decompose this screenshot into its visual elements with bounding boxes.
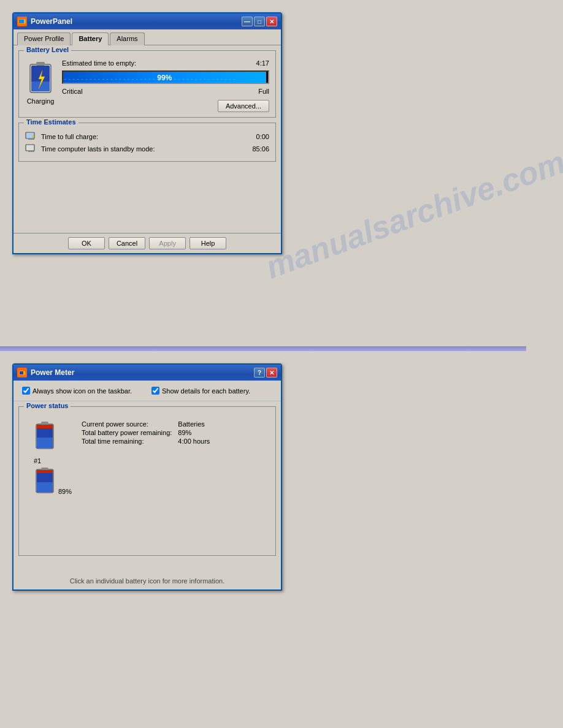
window-title: PowerPanel <box>31 17 72 26</box>
time-standby-value: 85:06 <box>245 145 269 153</box>
dialog-buttons: OK Cancel Apply Help <box>13 233 281 253</box>
battery-percent: 89% <box>58 488 72 495</box>
power-status-group: Power status <box>18 406 276 556</box>
help-button[interactable]: Help <box>190 237 226 249</box>
battery-unit-1: #1 89% <box>34 457 261 495</box>
progress-bar-container: 99% - - - - - - - - - - - - - - - - - - … <box>62 70 269 84</box>
battery-details-checkbox[interactable] <box>151 387 159 395</box>
laptop-standby-icon <box>25 144 37 154</box>
critical-label: Critical <box>62 88 83 95</box>
time-row-standby: Time computer lasts in standby mode: 85:… <box>25 144 269 154</box>
power-meter-help-button[interactable]: ? <box>254 368 265 377</box>
svg-rect-12 <box>28 151 34 152</box>
charging-label: Charging <box>27 97 55 105</box>
battery-icon-small: 89% <box>34 467 72 495</box>
maximize-button[interactable]: □ <box>254 17 265 26</box>
battery-number: #1 <box>34 457 41 464</box>
advanced-btn-row: Advanced... <box>62 100 269 112</box>
time-estimates-group: Time Estimates Time to full charge: 0 <box>18 123 276 162</box>
time-charge-value: 0:00 <box>245 133 269 140</box>
power-source-battery-icon <box>34 420 56 451</box>
power-status-title: Power status <box>24 402 71 409</box>
advanced-button[interactable]: Advanced... <box>218 100 269 112</box>
svg-rect-15 <box>24 372 25 374</box>
checkbox-row-taskbar: Always show icon on the taskbar. <box>18 384 136 397</box>
cancel-button[interactable]: Cancel <box>109 237 145 249</box>
power-meter-section: Power Meter ? ✕ Always show icon on the … <box>12 363 551 591</box>
powerpanel-window: PowerPanel — □ ✕ Power Profile Battery A… <box>12 12 282 254</box>
title-bar: PowerPanel — □ ✕ <box>13 13 281 29</box>
svg-rect-1 <box>19 20 24 23</box>
laptop-charging-icon <box>25 132 37 142</box>
battery-icon-area: Charging <box>25 59 56 105</box>
current-source-label: Current power source: <box>63 420 172 428</box>
status-info-grid: Current power source: Batteries Total ba… <box>63 420 210 445</box>
power-meter-title: Power Meter <box>31 368 74 377</box>
time-row-charge: Time to full charge: 0:00 <box>25 132 269 142</box>
power-meter-title-buttons: ? ✕ <box>254 368 277 377</box>
power-meter-close-button[interactable]: ✕ <box>266 368 277 377</box>
power-status-content: Current power source: Batteries Total ba… <box>25 412 269 550</box>
tab-alarms[interactable]: Alarms <box>110 32 144 45</box>
bottom-spacer <box>34 495 261 544</box>
time-estimates-content: Time to full charge: 0:00 Time computer … <box>25 128 269 154</box>
full-label: Full <box>258 88 269 95</box>
svg-rect-24 <box>37 482 53 492</box>
content-spacer <box>18 167 276 228</box>
close-button[interactable]: ✕ <box>266 17 277 26</box>
total-power-value: 89% <box>178 429 210 436</box>
window-content: Battery Level <box>13 45 281 233</box>
tab-battery[interactable]: Battery <box>72 32 109 45</box>
power-meter-app-icon <box>17 368 27 377</box>
svg-rect-11 <box>26 145 34 150</box>
progress-bar-fill: 99% - - - - - - - - - - - - - - - - - - … <box>63 72 266 83</box>
svg-rect-4 <box>36 62 45 66</box>
battery-details-label: Show details for each battery. <box>162 387 250 395</box>
battery-unit-icon[interactable] <box>34 467 56 495</box>
tab-power-profile[interactable]: Power Profile <box>17 32 71 45</box>
taskbar-icon-checkbox[interactable] <box>22 387 30 395</box>
power-meter-window: Power Meter ? ✕ Always show icon on the … <box>12 363 282 591</box>
ok-button[interactable]: OK <box>68 237 105 249</box>
estimated-label: Estimated time to empty: <box>62 59 136 67</box>
estimated-row: Estimated time to empty: 4:17 <box>62 59 269 67</box>
battery-level-title: Battery Level <box>24 46 71 53</box>
svg-rect-14 <box>20 371 23 374</box>
footer-note: Click an individual battery icon for mor… <box>13 572 281 590</box>
battery-level-content: Charging Estimated time to empty: 4:17 <box>25 56 269 112</box>
apply-button[interactable]: Apply <box>149 237 186 249</box>
total-time-value: 4:00 hours <box>178 438 210 445</box>
estimated-value: 4:17 <box>256 59 269 67</box>
time-estimates-title: Time Estimates <box>24 118 79 126</box>
svg-rect-20 <box>37 425 53 428</box>
time-charge-label: Time to full charge: <box>41 133 241 140</box>
section-divider <box>0 346 526 351</box>
tab-bar: Power Profile Battery Alarms <box>13 29 281 45</box>
svg-rect-9 <box>28 138 34 140</box>
svg-rect-19 <box>37 438 53 448</box>
power-status-section: Power status <box>13 401 281 566</box>
battery-info: Estimated time to empty: 4:17 99% - - - … <box>62 59 269 112</box>
total-power-label: Total battery power remaining: <box>63 429 172 436</box>
taskbar-icon-label: Always show icon on the taskbar. <box>33 387 132 395</box>
svg-rect-25 <box>37 470 53 473</box>
progress-labels: Critical Full <box>62 88 269 95</box>
status-info: Current power source: Batteries Total ba… <box>63 420 210 453</box>
battery-level-group: Battery Level <box>18 50 276 118</box>
svg-rect-2 <box>25 20 26 23</box>
time-standby-label: Time computer lasts in standby mode: <box>41 145 241 153</box>
checkbox-row-details: Show details for each battery. <box>148 384 254 397</box>
charging-battery-icon <box>25 59 56 96</box>
power-meter-title-bar: Power Meter ? ✕ <box>13 365 281 381</box>
title-bar-buttons: — □ ✕ <box>242 17 277 26</box>
minimize-button[interactable]: — <box>242 17 253 26</box>
current-source-value: Batteries <box>178 420 210 428</box>
status-main-area: Current power source: Batteries Total ba… <box>34 420 261 453</box>
app-icon <box>17 17 27 26</box>
power-meter-checkboxes: Always show icon on the taskbar. Show de… <box>13 381 281 401</box>
total-time-label: Total time remaining: <box>63 438 172 445</box>
